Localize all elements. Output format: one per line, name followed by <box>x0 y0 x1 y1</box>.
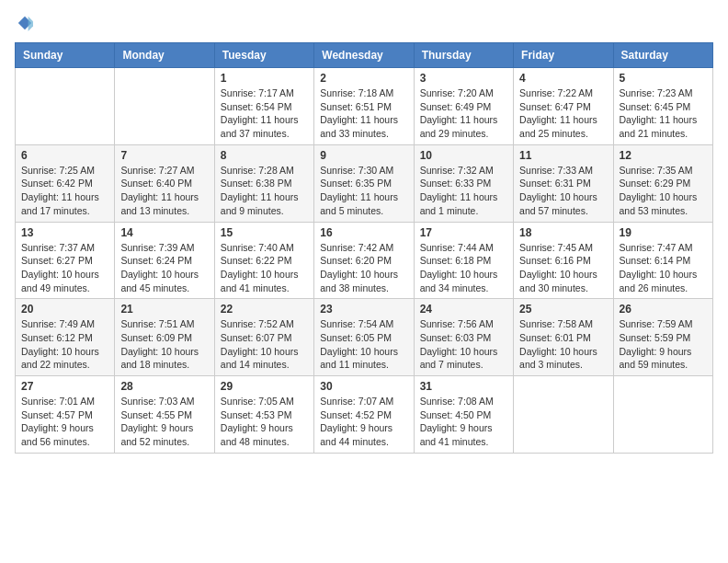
day-info: Sunrise: 7:51 AM Sunset: 6:09 PM Dayligh… <box>120 317 208 372</box>
weekday-header-row: SundayMondayTuesdayWednesdayThursdayFrid… <box>16 43 713 68</box>
day-info: Sunrise: 7:40 AM Sunset: 6:22 PM Dayligh… <box>221 241 308 295</box>
day-info: Sunrise: 7:23 AM Sunset: 6:45 PM Dayligh… <box>620 86 707 141</box>
calendar-cell: 12Sunrise: 7:35 AM Sunset: 6:29 PM Dayli… <box>613 144 712 222</box>
day-number: 15 <box>221 226 308 239</box>
calendar-cell: 13Sunrise: 7:37 AM Sunset: 6:27 PM Dayli… <box>16 222 115 299</box>
day-number: 31 <box>420 380 507 393</box>
day-number: 25 <box>519 303 607 316</box>
weekday-header-monday: Monday <box>115 43 214 68</box>
calendar-cell <box>613 376 712 454</box>
day-info: Sunrise: 7:32 AM Sunset: 6:33 PM Dayligh… <box>420 164 507 218</box>
svg-marker-1 <box>28 17 33 31</box>
day-info: Sunrise: 7:49 AM Sunset: 6:12 PM Dayligh… <box>21 317 108 372</box>
logo-icon <box>17 15 33 31</box>
day-info: Sunrise: 7:20 AM Sunset: 6:49 PM Dayligh… <box>420 86 507 141</box>
day-number: 12 <box>620 149 707 162</box>
calendar-cell: 7Sunrise: 7:27 AM Sunset: 6:40 PM Daylig… <box>115 144 214 222</box>
day-number: 4 <box>519 72 607 85</box>
day-number: 19 <box>620 226 707 239</box>
logo <box>15 15 33 31</box>
day-info: Sunrise: 7:59 AM Sunset: 5:59 PM Dayligh… <box>620 317 707 372</box>
day-info: Sunrise: 7:17 AM Sunset: 6:54 PM Dayligh… <box>221 86 308 141</box>
calendar-week-row: 1Sunrise: 7:17 AM Sunset: 6:54 PM Daylig… <box>16 68 713 145</box>
day-info: Sunrise: 7:27 AM Sunset: 6:40 PM Dayligh… <box>120 164 208 218</box>
day-number: 27 <box>21 380 108 393</box>
day-number: 18 <box>519 226 607 239</box>
day-number: 21 <box>120 303 208 316</box>
day-info: Sunrise: 7:01 AM Sunset: 4:57 PM Dayligh… <box>21 395 108 449</box>
day-info: Sunrise: 7:08 AM Sunset: 4:50 PM Dayligh… <box>420 395 507 449</box>
day-number: 5 <box>620 72 707 85</box>
day-number: 16 <box>320 226 407 239</box>
day-number: 23 <box>320 303 407 316</box>
day-number: 7 <box>120 149 208 162</box>
calendar-cell: 1Sunrise: 7:17 AM Sunset: 6:54 PM Daylig… <box>214 68 313 145</box>
day-number: 20 <box>21 303 108 316</box>
day-number: 1 <box>221 72 308 85</box>
calendar-cell: 29Sunrise: 7:05 AM Sunset: 4:53 PM Dayli… <box>214 376 313 454</box>
day-info: Sunrise: 7:47 AM Sunset: 6:14 PM Dayligh… <box>620 241 707 295</box>
calendar-cell: 14Sunrise: 7:39 AM Sunset: 6:24 PM Dayli… <box>115 222 214 299</box>
weekday-header-tuesday: Tuesday <box>214 43 313 68</box>
calendar-cell: 2Sunrise: 7:18 AM Sunset: 6:51 PM Daylig… <box>314 68 414 145</box>
calendar-cell: 18Sunrise: 7:45 AM Sunset: 6:16 PM Dayli… <box>514 222 613 299</box>
day-number: 6 <box>21 149 108 162</box>
day-info: Sunrise: 7:05 AM Sunset: 4:53 PM Dayligh… <box>221 395 308 449</box>
day-number: 30 <box>320 380 407 393</box>
calendar-cell: 17Sunrise: 7:44 AM Sunset: 6:18 PM Dayli… <box>414 222 513 299</box>
calendar-cell: 11Sunrise: 7:33 AM Sunset: 6:31 PM Dayli… <box>514 144 613 222</box>
day-info: Sunrise: 7:52 AM Sunset: 6:07 PM Dayligh… <box>221 317 308 372</box>
day-info: Sunrise: 7:30 AM Sunset: 6:35 PM Dayligh… <box>320 164 407 218</box>
calendar-body: 1Sunrise: 7:17 AM Sunset: 6:54 PM Daylig… <box>16 68 713 454</box>
calendar-cell: 10Sunrise: 7:32 AM Sunset: 6:33 PM Dayli… <box>414 144 513 222</box>
day-info: Sunrise: 7:18 AM Sunset: 6:51 PM Dayligh… <box>320 86 407 141</box>
day-number: 3 <box>420 72 507 85</box>
day-info: Sunrise: 7:54 AM Sunset: 6:05 PM Dayligh… <box>320 317 407 372</box>
calendar-cell <box>514 376 613 454</box>
weekday-header-sunday: Sunday <box>16 43 115 68</box>
calendar-cell: 6Sunrise: 7:25 AM Sunset: 6:42 PM Daylig… <box>16 144 115 222</box>
calendar-cell: 20Sunrise: 7:49 AM Sunset: 6:12 PM Dayli… <box>16 299 115 376</box>
day-info: Sunrise: 7:37 AM Sunset: 6:27 PM Dayligh… <box>21 241 108 295</box>
day-number: 13 <box>21 226 108 239</box>
day-info: Sunrise: 7:03 AM Sunset: 4:55 PM Dayligh… <box>120 395 208 449</box>
calendar-cell: 25Sunrise: 7:58 AM Sunset: 6:01 PM Dayli… <box>514 299 613 376</box>
calendar-cell: 30Sunrise: 7:07 AM Sunset: 4:52 PM Dayli… <box>314 376 414 454</box>
day-number: 24 <box>420 303 507 316</box>
calendar-cell: 4Sunrise: 7:22 AM Sunset: 6:47 PM Daylig… <box>514 68 613 145</box>
day-info: Sunrise: 7:45 AM Sunset: 6:16 PM Dayligh… <box>519 241 607 295</box>
calendar-cell <box>115 68 214 145</box>
calendar-week-row: 27Sunrise: 7:01 AM Sunset: 4:57 PM Dayli… <box>16 376 713 454</box>
day-info: Sunrise: 7:28 AM Sunset: 6:38 PM Dayligh… <box>221 164 308 218</box>
calendar-cell: 22Sunrise: 7:52 AM Sunset: 6:07 PM Dayli… <box>214 299 313 376</box>
calendar-cell: 31Sunrise: 7:08 AM Sunset: 4:50 PM Dayli… <box>414 376 513 454</box>
calendar-cell: 21Sunrise: 7:51 AM Sunset: 6:09 PM Dayli… <box>115 299 214 376</box>
calendar-cell: 8Sunrise: 7:28 AM Sunset: 6:38 PM Daylig… <box>214 144 313 222</box>
calendar-cell: 27Sunrise: 7:01 AM Sunset: 4:57 PM Dayli… <box>16 376 115 454</box>
calendar-cell: 5Sunrise: 7:23 AM Sunset: 6:45 PM Daylig… <box>613 68 712 145</box>
calendar-cell: 15Sunrise: 7:40 AM Sunset: 6:22 PM Dayli… <box>214 222 313 299</box>
calendar-table: SundayMondayTuesdayWednesdayThursdayFrid… <box>15 42 713 454</box>
calendar-cell: 24Sunrise: 7:56 AM Sunset: 6:03 PM Dayli… <box>414 299 513 376</box>
calendar-header: SundayMondayTuesdayWednesdayThursdayFrid… <box>16 43 713 68</box>
calendar-cell: 28Sunrise: 7:03 AM Sunset: 4:55 PM Dayli… <box>115 376 214 454</box>
weekday-header-friday: Friday <box>514 43 613 68</box>
day-number: 9 <box>320 149 407 162</box>
calendar-cell: 26Sunrise: 7:59 AM Sunset: 5:59 PM Dayli… <box>613 299 712 376</box>
day-number: 29 <box>221 380 308 393</box>
day-number: 11 <box>519 149 607 162</box>
day-info: Sunrise: 7:33 AM Sunset: 6:31 PM Dayligh… <box>519 164 607 218</box>
day-info: Sunrise: 7:42 AM Sunset: 6:20 PM Dayligh… <box>320 241 407 295</box>
calendar-week-row: 20Sunrise: 7:49 AM Sunset: 6:12 PM Dayli… <box>16 299 713 376</box>
day-info: Sunrise: 7:35 AM Sunset: 6:29 PM Dayligh… <box>620 164 707 218</box>
day-number: 2 <box>320 72 407 85</box>
day-info: Sunrise: 7:07 AM Sunset: 4:52 PM Dayligh… <box>320 395 407 449</box>
day-info: Sunrise: 7:22 AM Sunset: 6:47 PM Dayligh… <box>519 86 607 141</box>
weekday-header-wednesday: Wednesday <box>314 43 414 68</box>
day-number: 10 <box>420 149 507 162</box>
calendar-cell: 9Sunrise: 7:30 AM Sunset: 6:35 PM Daylig… <box>314 144 414 222</box>
calendar-cell: 19Sunrise: 7:47 AM Sunset: 6:14 PM Dayli… <box>613 222 712 299</box>
page-header <box>15 15 713 31</box>
day-number: 8 <box>221 149 308 162</box>
day-info: Sunrise: 7:58 AM Sunset: 6:01 PM Dayligh… <box>519 317 607 372</box>
